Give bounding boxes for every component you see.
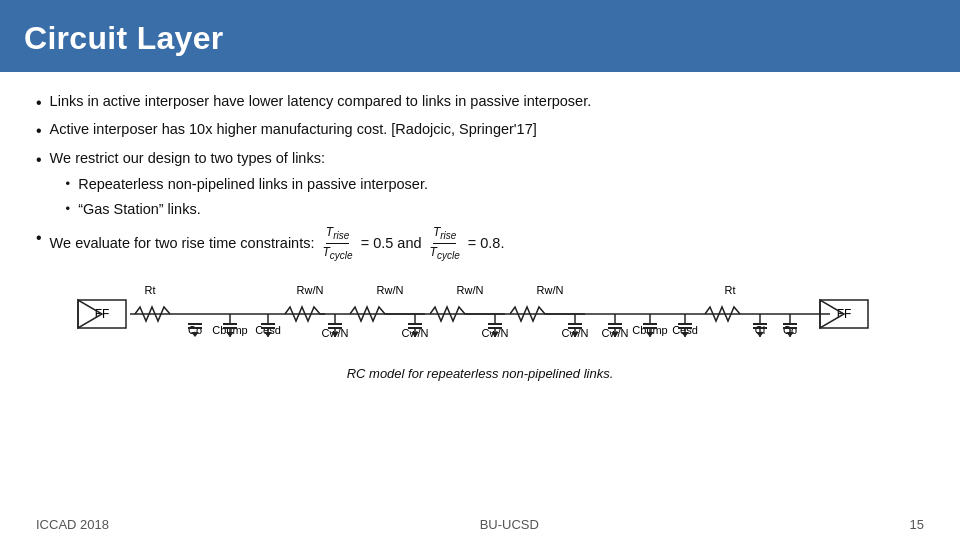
- bullet-list: Links in active interposer have lower la…: [36, 90, 924, 262]
- footer-right: 15: [910, 517, 924, 532]
- sub-bullet-list: Repeaterless non-pipelined links in pass…: [66, 173, 428, 222]
- bullet-2: Active interposer has 10x higher manufac…: [36, 118, 924, 144]
- svg-text:Rw/N: Rw/N: [537, 284, 564, 296]
- bullet-3-text: We restrict our design to two types of l…: [50, 150, 325, 166]
- bullet-1-text: Links in active interposer have lower la…: [50, 90, 592, 114]
- bullet-3: We restrict our design to two types of l…: [36, 147, 924, 223]
- rc-diagram: FF Rt Co Cbump Cesd: [70, 272, 890, 362]
- svg-text:Rw/N: Rw/N: [297, 284, 324, 296]
- bullet-1: Links in active interposer have lower la…: [36, 90, 924, 116]
- diagram-caption: RC model for repeaterless non-pipelined …: [347, 366, 614, 381]
- sub-bullet-1: Repeaterless non-pipelined links in pass…: [66, 173, 428, 197]
- sub-bullet-2: “Gas Station” links.: [66, 198, 428, 222]
- formula-1: Trise Tcycle: [323, 225, 353, 263]
- diagram-container: FF Rt Co Cbump Cesd: [36, 272, 924, 381]
- footer-left: ICCAD 2018: [36, 517, 109, 532]
- bullet-2-text: Active interposer has 10x higher manufac…: [50, 118, 537, 142]
- svg-text:Rt: Rt: [725, 284, 736, 296]
- svg-text:Rw/N: Rw/N: [457, 284, 484, 296]
- bullet-4: We evaluate for two rise time constraint…: [36, 225, 924, 263]
- formula-2: Trise Tcycle: [430, 225, 460, 263]
- sub-bullet-2-text: “Gas Station” links.: [78, 198, 201, 222]
- bullet-4-text: We evaluate for two rise time constraint…: [50, 225, 505, 263]
- svg-text:Rt: Rt: [145, 284, 156, 296]
- page-title: Circuit Layer: [24, 20, 224, 57]
- content-area: Links in active interposer have lower la…: [0, 72, 960, 381]
- footer: ICCAD 2018 BU-UCSD 15: [0, 517, 960, 532]
- footer-center: BU-UCSD: [480, 517, 539, 532]
- svg-text:Rw/N: Rw/N: [377, 284, 404, 296]
- sub-bullet-1-text: Repeaterless non-pipelined links in pass…: [78, 173, 428, 197]
- header: Circuit Layer: [0, 0, 960, 72]
